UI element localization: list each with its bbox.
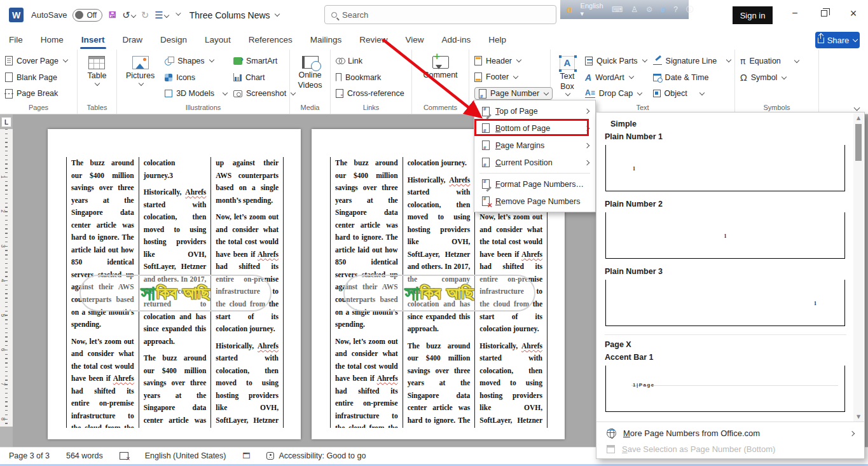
tab-view[interactable]: View bbox=[396, 31, 432, 48]
word-count[interactable]: 564 words bbox=[66, 451, 103, 460]
drop-cap-button[interactable]: A≡Drop Cap bbox=[585, 87, 647, 100]
page-break-button[interactable]: Page Break bbox=[5, 87, 67, 100]
tab-file[interactable]: File bbox=[0, 31, 32, 48]
menu-item-format-page-numbers[interactable]: Format Page Numbers… bbox=[474, 175, 595, 193]
tab-layout[interactable]: Layout bbox=[196, 31, 240, 48]
tab-references[interactable]: References bbox=[240, 31, 301, 48]
language-bar[interactable]: ɑ English ▾ ⌨ ♙ ⚙ e ? ⓘ bbox=[560, 0, 689, 19]
redo-button[interactable]: ↻ bbox=[141, 10, 149, 21]
vertical-ruler[interactable]: L 12345678 bbox=[0, 114, 13, 447]
header-button[interactable]: Header bbox=[474, 55, 553, 67]
tab-home[interactable]: Home bbox=[32, 31, 72, 48]
tab-mailings[interactable]: Mailings bbox=[301, 31, 351, 48]
3d-models-button[interactable]: 3D Models bbox=[165, 87, 227, 100]
language-indicator[interactable]: English (United States) bbox=[145, 451, 226, 460]
footer-button[interactable]: Footer bbox=[474, 71, 553, 84]
menu-item-current-position[interactable]: Current Position bbox=[474, 154, 595, 171]
tab-help[interactable]: Help bbox=[479, 31, 515, 48]
page-indicator[interactable]: Page 3 of 3 bbox=[9, 451, 50, 460]
cover-page-button[interactable]: Cover Page bbox=[5, 55, 67, 67]
gallery-item-accent-bar-1[interactable]: 1|Page bbox=[605, 366, 845, 412]
undo-button[interactable]: ↺ bbox=[122, 10, 135, 21]
pictures-button[interactable]: Pictures bbox=[122, 55, 158, 100]
chart-button[interactable]: Chart bbox=[233, 71, 295, 84]
screenshot-button[interactable]: Screenshot bbox=[233, 87, 295, 100]
equation-button[interactable]: πEquation bbox=[740, 55, 799, 67]
text-column[interactable]: colocation journey.3Historically, Ahrefs… bbox=[139, 157, 211, 428]
scrollbar-thumb[interactable] bbox=[855, 124, 862, 161]
gallery-item-plain-number-3[interactable]: 1 bbox=[605, 280, 845, 326]
text-column[interactable]: The buzz around our $400 million savings… bbox=[66, 157, 139, 428]
page-number-preview: 1 bbox=[814, 301, 816, 306]
gallery-item-plain-number-2[interactable]: 1 bbox=[605, 212, 845, 259]
sign-in-button[interactable]: Sign in bbox=[733, 6, 773, 24]
save-selection-icon bbox=[607, 445, 615, 453]
group-tables: Table Tables bbox=[78, 50, 117, 114]
save-icon[interactable]: 🖫 bbox=[108, 10, 116, 20]
blank-page-button[interactable]: Blank Page bbox=[5, 71, 67, 84]
editing-time-icon[interactable]: 🗔 bbox=[242, 451, 250, 460]
link-button[interactable]: Link bbox=[336, 55, 404, 67]
text-column[interactable]: up against their AWS counterparts based … bbox=[210, 157, 284, 428]
menu-separator bbox=[479, 173, 590, 174]
tab-add-ins[interactable]: Add-ins bbox=[433, 31, 480, 48]
tool-icon[interactable]: ♙ bbox=[631, 5, 638, 14]
comment-button[interactable]: Comment bbox=[419, 55, 461, 100]
search-input[interactable]: Search bbox=[324, 5, 556, 24]
restore-button[interactable] bbox=[809, 0, 839, 27]
quick-parts-button[interactable]: Quick Parts bbox=[585, 55, 647, 67]
avro-keyboard-icon[interactable]: ɑ bbox=[567, 4, 572, 15]
text-box-button[interactable]: AText Box bbox=[556, 55, 579, 100]
info-icon[interactable]: ⓘ bbox=[686, 4, 694, 15]
word-logo-icon[interactable]: W bbox=[9, 8, 24, 22]
tab-insert[interactable]: Insert bbox=[72, 31, 114, 48]
tab-review[interactable]: Review bbox=[350, 31, 396, 48]
ribbon-right-spacer bbox=[819, 50, 868, 114]
help-icon[interactable]: ? bbox=[673, 5, 678, 14]
browser-icon[interactable]: e bbox=[661, 5, 666, 14]
menu-item-top-of-page[interactable]: Top of Page bbox=[474, 102, 595, 120]
autosave-toggle[interactable]: Off bbox=[72, 9, 102, 22]
accessibility-status[interactable]: Accessibility: Good to go bbox=[266, 451, 366, 460]
shapes-button[interactable]: Shapes bbox=[165, 55, 227, 67]
minimize-button[interactable]: − bbox=[780, 0, 809, 27]
symbol-button[interactable]: ΩSymbol bbox=[740, 71, 799, 84]
keyboard-icon[interactable]: ⌨ bbox=[612, 5, 623, 14]
gear-icon[interactable]: ⚙ bbox=[646, 5, 653, 14]
footer-icon bbox=[474, 72, 482, 82]
tab-design[interactable]: Design bbox=[151, 31, 196, 48]
text-column[interactable]: The buzz around our $400 million savings… bbox=[330, 157, 403, 428]
online-videos-button[interactable]: Online Videos bbox=[294, 55, 326, 100]
tab-draw[interactable]: Draw bbox=[114, 31, 152, 48]
date-time-icon bbox=[653, 74, 661, 81]
language-label[interactable]: English ▾ bbox=[581, 2, 603, 18]
menu-item-page-margins[interactable]: Page Margins bbox=[474, 137, 595, 154]
gallery-item-plain-number-1[interactable]: 1 bbox=[605, 145, 845, 191]
page-1[interactable]: The buzz around our $400 million savings… bbox=[48, 129, 301, 439]
menu-item-remove-page-numbers[interactable]: Remove Page Numbers bbox=[474, 193, 595, 210]
submenu-arrow-icon bbox=[584, 160, 589, 165]
signature-line-button[interactable]: Signature Line bbox=[653, 55, 731, 67]
text-column[interactable]: colocation journey.Historically, Ahrefs … bbox=[403, 157, 475, 428]
scroll-down-icon[interactable]: ▼ bbox=[853, 412, 864, 421]
more-page-numbers-item[interactable]: More Page Numbers from Office.com bbox=[596, 425, 864, 441]
customize-qat-chevron-icon[interactable] bbox=[176, 10, 181, 15]
collapse-ribbon-chevron-icon[interactable] bbox=[854, 105, 860, 111]
bookmark-button[interactable]: Bookmark bbox=[336, 71, 404, 84]
wordart-button[interactable]: AWordArt bbox=[585, 71, 647, 84]
page-number-button[interactable]: Page Number bbox=[474, 87, 553, 100]
cross-reference-button[interactable]: Cross-reference bbox=[336, 87, 404, 100]
bullets-button[interactable]: ☰ bbox=[155, 10, 168, 21]
object-button[interactable]: Object bbox=[653, 87, 731, 100]
gallery-scrollbar[interactable]: ▲ ▼ bbox=[853, 113, 864, 421]
proofing-errors-icon[interactable] bbox=[120, 452, 128, 460]
tab-stop-selector[interactable]: L bbox=[1, 117, 11, 127]
smartart-button[interactable]: SmartArt bbox=[233, 55, 295, 67]
table-button[interactable]: Table bbox=[84, 55, 111, 100]
share-button[interactable]: Share bbox=[815, 32, 860, 48]
document-title[interactable]: Three Colums News bbox=[189, 10, 279, 20]
scroll-up-icon[interactable]: ▲ bbox=[853, 113, 864, 123]
date-time-button[interactable]: Date & Time bbox=[653, 71, 731, 84]
icons-button[interactable]: Icons bbox=[165, 71, 227, 84]
close-button[interactable]: × bbox=[839, 0, 868, 27]
